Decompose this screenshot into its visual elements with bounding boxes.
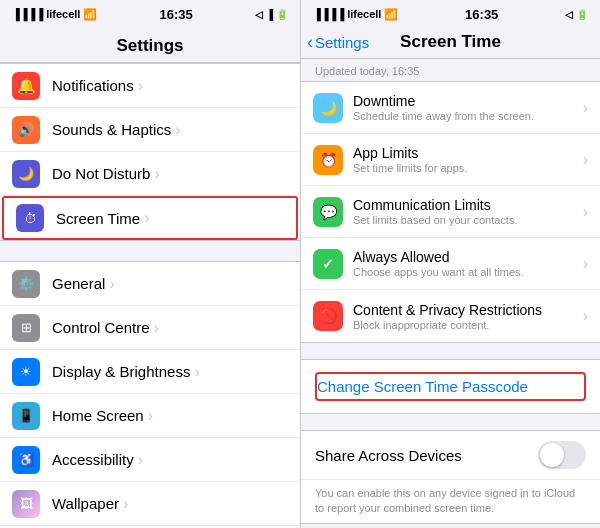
- sounds-label: Sounds & Haptics: [52, 121, 171, 138]
- toggle-knob: [540, 443, 564, 467]
- downtime-label: Downtime: [353, 93, 583, 109]
- left-section-2: ⚙️ General › ⊞ Control Centre › ☀ Displa…: [0, 261, 300, 528]
- sidebar-item-homescreen[interactable]: 📱 Home Screen ›: [0, 394, 300, 438]
- left-section-divider: [0, 241, 300, 261]
- left-battery-area: ◁ ▐ 🔋: [255, 9, 288, 20]
- left-section-1: 🔔 Notifications › 🔊 Sounds & Haptics › 🌙…: [0, 63, 300, 241]
- communication-icon: 💬: [313, 197, 343, 227]
- back-label: Settings: [315, 34, 369, 51]
- left-carrier-signal: ▐▐▐▐ lifecell 📶: [12, 8, 97, 21]
- sounds-chevron: ›: [175, 121, 180, 139]
- right-battery-icon: 🔋: [576, 9, 588, 20]
- display-label: Display & Brightness: [52, 363, 190, 380]
- communication-sub: Set limits based on your contacts.: [353, 214, 583, 226]
- right-title: Screen Time: [400, 32, 501, 52]
- sidebar-item-controlcentre[interactable]: ⊞ Control Centre ›: [0, 306, 300, 350]
- dnd-label: Do Not Disturb: [52, 165, 150, 182]
- share-devices-toggle[interactable]: [538, 441, 586, 469]
- display-icon: ☀: [12, 358, 40, 386]
- share-devices-row: Share Across Devices: [301, 431, 600, 480]
- dnd-chevron: ›: [154, 165, 159, 183]
- notifications-icon: 🔔: [12, 72, 40, 100]
- share-devices-desc: You can enable this on any device signed…: [301, 480, 600, 523]
- back-button[interactable]: ‹ Settings: [307, 32, 369, 53]
- contentprivacy-icon: 🚫: [313, 301, 343, 331]
- display-chevron: ›: [194, 363, 199, 381]
- downtime-text: Downtime Schedule time away from the scr…: [353, 93, 583, 122]
- sidebar-item-display[interactable]: ☀ Display & Brightness ›: [0, 350, 300, 394]
- sidebar-item-screentime[interactable]: ⏱ Screen Time ›: [2, 196, 298, 240]
- communication-text: Communication Limits Set limits based on…: [353, 197, 583, 226]
- contentprivacy-chevron: ›: [583, 307, 588, 325]
- left-settings-list: 🔔 Notifications › 🔊 Sounds & Haptics › 🌙…: [0, 63, 300, 528]
- dnd-icon: 🌙: [12, 160, 40, 188]
- applimits-text: App Limits Set time limits for apps.: [353, 145, 583, 174]
- left-battery-icon: ▐: [266, 9, 273, 20]
- controlcentre-icon: ⊞: [12, 314, 40, 342]
- contentprivacy-sub: Block inappropriate content.: [353, 319, 583, 331]
- right-item-communication[interactable]: 💬 Communication Limits Set limits based …: [301, 186, 600, 238]
- right-item-contentprivacy[interactable]: 🚫 Content & Privacy Restrictions Block i…: [301, 290, 600, 342]
- screentime-chevron: ›: [144, 209, 149, 227]
- left-panel: ▐▐▐▐ lifecell 📶 16:35 ◁ ▐ 🔋 Settings 🔔 N…: [0, 0, 300, 528]
- left-location-icon: ◁: [255, 9, 263, 20]
- right-item-applimits[interactable]: ⏰ App Limits Set time limits for apps. ›: [301, 134, 600, 186]
- back-chevron-icon: ‹: [307, 32, 313, 53]
- right-carrier: lifecell: [347, 8, 381, 20]
- general-label: General: [52, 275, 105, 292]
- contentprivacy-text: Content & Privacy Restrictions Block ina…: [353, 302, 583, 331]
- general-chevron: ›: [109, 275, 114, 293]
- share-devices-section: Share Across Devices You can enable this…: [301, 430, 600, 524]
- change-passcode-section: Change Screen Time Passcode: [301, 359, 600, 414]
- left-carrier: lifecell: [46, 8, 80, 20]
- communication-label: Communication Limits: [353, 197, 583, 213]
- general-icon: ⚙️: [12, 270, 40, 298]
- controlcentre-chevron: ›: [154, 319, 159, 337]
- right-signal-icon: ▐▐▐▐: [313, 8, 344, 20]
- alwaysallowed-icon: ✓: [313, 249, 343, 279]
- sidebar-item-sounds[interactable]: 🔊 Sounds & Haptics ›: [0, 108, 300, 152]
- accessibility-icon: ♿: [12, 446, 40, 474]
- notifications-label: Notifications: [52, 77, 134, 94]
- right-main-list: 🌙 Downtime Schedule time away from the s…: [301, 81, 600, 343]
- sidebar-item-accessibility[interactable]: ♿ Accessibility ›: [0, 438, 300, 482]
- homescreen-chevron: ›: [148, 407, 153, 425]
- controlcentre-label: Control Centre: [52, 319, 150, 336]
- contentprivacy-label: Content & Privacy Restrictions: [353, 302, 583, 318]
- right-divider-3: [301, 524, 600, 528]
- alwaysallowed-label: Always Allowed: [353, 249, 583, 265]
- left-battery-fill: 🔋: [276, 9, 288, 20]
- alwaysallowed-sub: Choose apps you want at all times.: [353, 266, 583, 278]
- sounds-icon: 🔊: [12, 116, 40, 144]
- notifications-chevron: ›: [138, 77, 143, 95]
- screentime-label: Screen Time: [56, 210, 140, 227]
- right-divider-2: [301, 414, 600, 430]
- right-battery-area: ◁ 🔋: [565, 9, 588, 20]
- share-devices-label: Share Across Devices: [315, 447, 538, 464]
- change-passcode-button[interactable]: Change Screen Time Passcode: [315, 372, 586, 401]
- right-item-downtime[interactable]: 🌙 Downtime Schedule time away from the s…: [301, 82, 600, 134]
- right-nav-bar: ‹ Settings Screen Time: [301, 28, 600, 59]
- sidebar-item-general[interactable]: ⚙️ General ›: [0, 262, 300, 306]
- accessibility-chevron: ›: [138, 451, 143, 469]
- wallpaper-label: Wallpaper: [52, 495, 119, 512]
- right-time: 16:35: [465, 7, 498, 22]
- screentime-icon: ⏱: [16, 204, 44, 232]
- sidebar-item-notifications[interactable]: 🔔 Notifications ›: [0, 64, 300, 108]
- wallpaper-icon: 🖼: [12, 490, 40, 518]
- communication-chevron: ›: [583, 203, 588, 221]
- downtime-chevron: ›: [583, 99, 588, 117]
- left-time: 16:35: [160, 7, 193, 22]
- right-carrier-signal: ▐▐▐▐ lifecell 📶: [313, 8, 398, 21]
- sidebar-item-dnd[interactable]: 🌙 Do Not Disturb ›: [0, 152, 300, 196]
- left-title: Settings: [0, 28, 300, 63]
- applimits-chevron: ›: [583, 151, 588, 169]
- left-wifi-icon: 📶: [83, 8, 97, 21]
- left-status-bar: ▐▐▐▐ lifecell 📶 16:35 ◁ ▐ 🔋: [0, 0, 300, 28]
- downtime-icon: 🌙: [313, 93, 343, 123]
- right-wifi-icon: 📶: [384, 8, 398, 21]
- alwaysallowed-text: Always Allowed Choose apps you want at a…: [353, 249, 583, 278]
- sidebar-item-wallpaper[interactable]: 🖼 Wallpaper ›: [0, 482, 300, 526]
- right-item-alwaysallowed[interactable]: ✓ Always Allowed Choose apps you want at…: [301, 238, 600, 290]
- applimits-sub: Set time limits for apps.: [353, 162, 583, 174]
